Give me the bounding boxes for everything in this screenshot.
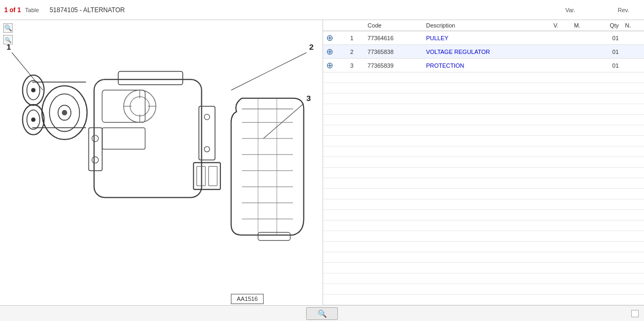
rev-label: Rev. — [618, 7, 629, 13]
svg-rect-33 — [209, 167, 217, 186]
part-qty: 01 — [594, 45, 622, 59]
empty-row — [323, 94, 644, 104]
empty-row — [323, 83, 644, 94]
svg-rect-18 — [88, 128, 102, 171]
empty-row — [323, 242, 644, 252]
col-m: M. — [571, 20, 594, 31]
empty-row — [323, 115, 644, 125]
bottom-bar: 🔍 — [0, 305, 644, 321]
empty-row — [323, 221, 644, 231]
zoom-out-button[interactable]: 🔍 — [3, 35, 13, 44]
part-v — [550, 31, 571, 45]
empty-row — [323, 199, 644, 210]
svg-rect-44 — [258, 232, 290, 240]
ref-code: AA1516 — [237, 296, 258, 302]
part-code: 77364616 — [364, 31, 423, 45]
zoom-in-button[interactable]: 🔍 — [3, 23, 13, 33]
part-m — [571, 45, 594, 59]
search-icon: 🔍 — [318, 309, 327, 318]
empty-row — [323, 189, 644, 199]
diagram-title: 51874105 - ALTERNATOR — [50, 6, 566, 14]
add-to-cart-cell: ⊕ — [323, 45, 347, 59]
empty-row — [323, 273, 644, 284]
table-row: ⊕277365838VOLTAGE REGULATOR01 — [323, 45, 644, 59]
empty-row — [323, 157, 644, 168]
svg-point-26 — [130, 97, 150, 116]
parts-panel: Code Description V. M. Qty N. ⊕177364616… — [323, 20, 644, 305]
part-description-link[interactable]: VOLTAGE REGULATOR — [426, 49, 490, 55]
table-header-row: Code Description V. M. Qty N. — [323, 20, 644, 31]
svg-rect-24 — [118, 71, 183, 85]
empty-row — [323, 168, 644, 178]
svg-rect-17 — [102, 128, 145, 150]
diagram-panel: 🔍 🔍 1 2 3 — [0, 20, 323, 305]
empty-row — [323, 210, 644, 221]
svg-point-14 — [62, 110, 67, 115]
part-description: PULLEY — [423, 31, 550, 45]
diagram-num-3: 3 — [307, 94, 311, 103]
search-button[interactable]: 🔍 — [306, 307, 338, 320]
empty-row — [323, 252, 644, 263]
empty-row — [323, 125, 644, 136]
col-description: Description — [423, 20, 550, 31]
svg-point-7 — [31, 88, 35, 92]
add-to-cart-cell: ⊕ — [323, 31, 347, 45]
empty-row — [323, 231, 644, 242]
var-label: Var. — [565, 7, 575, 13]
svg-point-20 — [92, 157, 99, 163]
zoom-in-icon: 🔍 — [4, 24, 12, 32]
add-to-cart-icon[interactable]: ⊕ — [326, 47, 333, 56]
part-v — [550, 59, 571, 72]
svg-point-10 — [31, 117, 35, 122]
part-n — [622, 45, 644, 59]
parts-table: Code Description V. M. Qty N. ⊕177364616… — [323, 20, 644, 305]
svg-rect-15 — [94, 79, 202, 197]
part-m — [571, 31, 594, 45]
row-num: 3 — [347, 59, 364, 72]
col-qty: Qty — [594, 20, 622, 31]
part-n — [622, 31, 644, 45]
add-to-cart-cell: ⊕ — [323, 59, 347, 72]
add-to-cart-icon[interactable]: ⊕ — [326, 61, 333, 70]
svg-point-19 — [92, 135, 99, 142]
empty-row — [323, 72, 644, 83]
empty-row — [323, 178, 644, 189]
add-to-cart-icon[interactable]: ⊕ — [326, 33, 333, 42]
table-label: Table — [25, 7, 39, 13]
part-n — [622, 59, 644, 72]
part-description-link[interactable]: PROTECTION — [426, 62, 464, 69]
empty-row — [323, 104, 644, 115]
col-n: N. — [622, 20, 644, 31]
part-code: 77365838 — [364, 45, 423, 59]
svg-point-22 — [204, 114, 210, 120]
diagram-svg: 1 2 3 — [0, 20, 323, 305]
main-content: 🔍 🔍 1 2 3 — [0, 20, 644, 305]
part-description: PROTECTION — [423, 59, 550, 72]
pagination: 1 of 1 — [4, 6, 21, 14]
part-qty: 01 — [594, 59, 622, 72]
col-code: Code — [364, 20, 423, 31]
row-num: 1 — [347, 31, 364, 45]
empty-row — [323, 136, 644, 146]
table-row: ⊕377365839PROTECTION01 — [323, 59, 644, 72]
svg-line-1 — [231, 52, 306, 90]
empty-row — [323, 263, 644, 273]
header-bar: 1 of 1 Table 51874105 - ALTERNATOR Var. … — [0, 0, 644, 20]
empty-row — [323, 146, 644, 157]
empty-row — [323, 295, 644, 305]
diagram-num-2: 2 — [309, 42, 314, 51]
part-qty: 01 — [594, 31, 622, 45]
part-description: VOLTAGE REGULATOR — [423, 45, 550, 59]
col-num — [347, 20, 364, 31]
col-v: V. — [550, 20, 571, 31]
part-description-link[interactable]: PULLEY — [426, 35, 448, 41]
svg-point-23 — [204, 146, 210, 152]
part-code: 77365839 — [364, 59, 423, 72]
col-add — [323, 20, 347, 31]
part-v — [550, 45, 571, 59]
bottom-checkbox[interactable] — [631, 310, 639, 317]
empty-row — [323, 284, 644, 295]
row-num: 2 — [347, 45, 364, 59]
zoom-out-icon: 🔍 — [5, 37, 11, 43]
diagram-toolbar: 🔍 🔍 — [3, 23, 13, 44]
